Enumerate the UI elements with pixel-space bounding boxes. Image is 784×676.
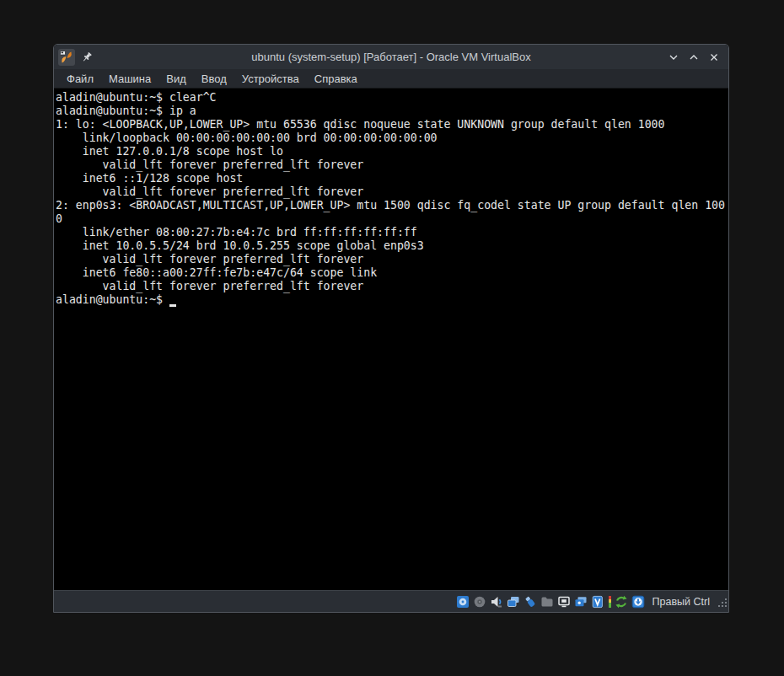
console-output: aladin@ubuntu:~$ clear^C aladin@ubuntu:~… (56, 91, 728, 293)
virtualbox-vm-icon[interactable] (58, 49, 75, 66)
optical-drives-icon[interactable] (473, 594, 487, 609)
guest-console[interactable]: aladin@ubuntu:~$ clear^C aladin@ubuntu:~… (54, 89, 728, 590)
menu-file[interactable]: Файл (59, 71, 101, 87)
console-prompt: aladin@ubuntu:~$ (56, 293, 169, 306)
console-prompt-line: aladin@ubuntu:~$ (56, 293, 728, 307)
maximize-icon[interactable] (688, 51, 699, 62)
window-title: ubuntu (system-setup) [Работает] - Oracl… (54, 51, 728, 63)
minimize-icon[interactable] (668, 51, 679, 62)
titlebar[interactable]: ubuntu (system-setup) [Работает] - Oracl… (54, 45, 728, 69)
pin-icon (81, 51, 93, 63)
activity-indicator (609, 596, 611, 608)
shared-folders-icon[interactable] (540, 594, 555, 609)
menu-devices[interactable]: Устройства (234, 71, 307, 87)
recording-icon[interactable] (574, 594, 588, 609)
features-icon[interactable] (591, 594, 605, 609)
hard-disks-icon[interactable] (456, 594, 470, 609)
network-icon[interactable] (507, 594, 521, 609)
menu-help[interactable]: Справка (307, 71, 365, 87)
mouse-integration-icon[interactable] (615, 594, 629, 609)
menu-view[interactable]: Вид (158, 71, 194, 87)
terminal-cursor (169, 294, 176, 307)
host-key-label: Правый Ctrl (652, 596, 710, 608)
menu-machine[interactable]: Машина (101, 71, 158, 87)
menubar: Файл Машина Вид Ввод Устройства Справка (54, 69, 728, 89)
audio-icon[interactable] (490, 594, 504, 609)
virtualbox-vm-window: ubuntu (system-setup) [Работает] - Oracl… (53, 44, 729, 613)
resize-grip-icon[interactable] (717, 596, 728, 611)
usb-icon[interactable] (524, 594, 538, 609)
display-icon[interactable] (557, 594, 572, 609)
statusbar: Правый Ctrl (54, 590, 728, 612)
close-icon[interactable] (708, 51, 719, 62)
keyboard-capture-icon[interactable] (631, 594, 646, 609)
menu-input[interactable]: Ввод (194, 71, 234, 87)
